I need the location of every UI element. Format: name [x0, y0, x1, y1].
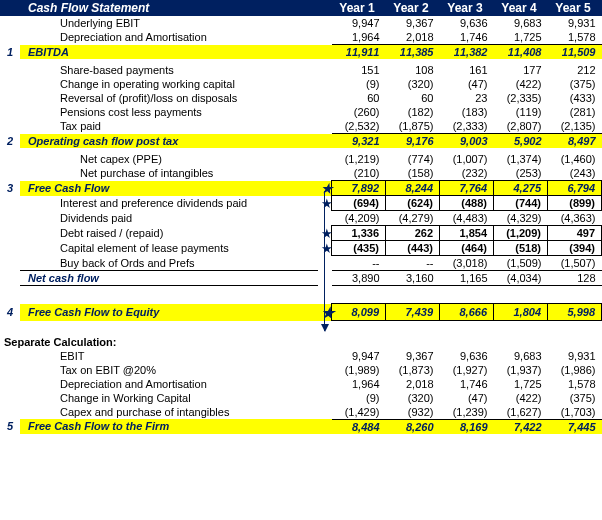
cash-flow-table: Cash Flow Statement Year 1 Year 2 Year 3… — [0, 0, 602, 434]
row-div-paid: Dividends paid (4,209)(4,279)(4,483)(4,3… — [0, 211, 602, 226]
row-ocf: 2 Operating cash flow post tax 9,3219,17… — [0, 134, 602, 149]
row-fcff: 5 Free Cash Flow to the Firm 8,4848,2608… — [0, 419, 602, 434]
row-tax-paid: Tax paid (2,532)(1,875)(2,333)(2,807)(2,… — [0, 119, 602, 134]
star-icon: ★ — [321, 226, 333, 241]
row-sep-tax20: Tax on EBIT @20% (1,989)(1,873)(1,927)(1… — [0, 363, 602, 377]
star-icon: ★ — [321, 304, 334, 321]
star-icon: ★ — [321, 241, 333, 256]
star-icon: ★ — [321, 181, 333, 196]
row-buyback: Buy back of Ords and Prefs ----(3,018)(1… — [0, 256, 602, 271]
row-sep-cwc: Change in Working Capital (9)(320)(47)(4… — [0, 391, 602, 405]
col-year-4: Year 4 — [494, 0, 548, 16]
separate-calc-title: Separate Calculation: — [0, 335, 602, 349]
header-title: Cash Flow Statement — [20, 0, 318, 16]
header-row: Cash Flow Statement Year 1 Year 2 Year 3… — [0, 0, 602, 16]
row-sep-dna: Depreciation and Amortisation 1,9642,018… — [0, 377, 602, 391]
row-fcf: 3 Free Cash Flow ★ 7,8928,2447,7644,2756… — [0, 181, 602, 196]
row-owc: Change in operating working capital (9)(… — [0, 77, 602, 91]
row-ebitda: 1 EBITDA 11,911 11,385 11,382 11,408 11,… — [0, 45, 602, 60]
row-dep-amort: Depreciation and Amortisation 1,964 2,01… — [0, 30, 602, 45]
col-year-3: Year 3 — [440, 0, 494, 16]
col-year-2: Year 2 — [386, 0, 440, 16]
row-lease: Capital element of lease payments ★ (435… — [0, 241, 602, 256]
row-pensions: Pensions cost less payments (260)(182)(1… — [0, 105, 602, 119]
row-share-based: Share-based payments 151108161177212 — [0, 63, 602, 77]
row-intangibles: Net purchase of intangibles (210)(158)(2… — [0, 166, 602, 181]
row-ppe: Net capex (PPE) (1,219)(774)(1,007)(1,37… — [0, 152, 602, 166]
star-icon: ★ — [321, 196, 333, 211]
row-ncf: Net cash flow 3,890 3,160 1,165 (4,034) … — [0, 271, 602, 286]
col-year-1: Year 1 — [332, 0, 386, 16]
col-year-5: Year 5 — [548, 0, 602, 16]
row-fcfe: 4 Free Cash Flow to Equity ★ 8,0997,4398… — [0, 304, 602, 321]
row-sep-ebit: EBIT 9,9479,3679,6369,6839,931 — [0, 349, 602, 363]
row-sep-capex: Capex and purchase of intangibles (1,429… — [0, 405, 602, 420]
row-reversal: Reversal of (profit)/loss on disposals 6… — [0, 91, 602, 105]
row-debt: Debt raised / (repaid) ★ 1,3362621,854(1… — [0, 226, 602, 241]
row-int-div: Interest and preference dividends paid ★… — [0, 196, 602, 211]
row-underlying-ebit: Underlying EBIT 9,947 9,367 9,636 9,683 … — [0, 16, 602, 30]
